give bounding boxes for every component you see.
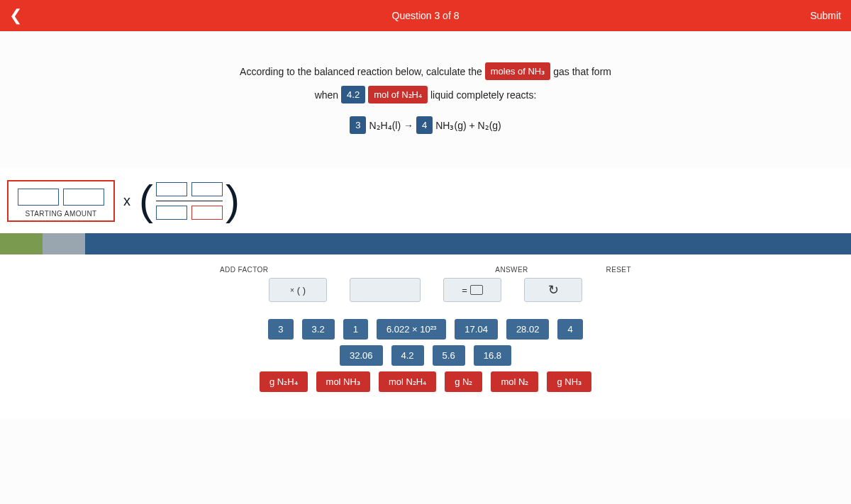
numerator-value-slot[interactable] — [156, 182, 187, 196]
denominator-value-slot[interactable] — [156, 206, 187, 220]
answer-box-icon — [470, 285, 483, 295]
denominator-unit-slot[interactable] — [191, 206, 223, 220]
number-tile[interactable]: 4 — [557, 319, 582, 340]
number-tiles-row-1: 3 3.2 1 6.022 × 10²³ 17.04 28.02 4 — [227, 319, 624, 340]
number-tile[interactable]: 3 — [268, 319, 293, 340]
given-value-tag: 4.2 — [341, 86, 365, 103]
unit-tile[interactable]: mol N₂ — [491, 371, 538, 392]
question-counter: Question 3 of 8 — [392, 10, 460, 21]
starting-value-slot[interactable] — [18, 189, 59, 206]
reset-button[interactable]: ↺ — [524, 278, 582, 302]
number-tile[interactable]: 3.2 — [302, 319, 335, 340]
number-tile[interactable]: 1 — [343, 319, 368, 340]
eq-coef-2: 4 — [416, 116, 433, 134]
conversion-factor: ( ) — [139, 181, 240, 220]
scratch-area[interactable] — [350, 278, 421, 302]
progress-seg-green — [0, 233, 43, 254]
starting-unit-slot[interactable] — [63, 189, 104, 206]
paren-right-icon: ) — [226, 181, 240, 220]
number-tile[interactable]: 4.2 — [391, 345, 424, 366]
number-tile[interactable]: 32.06 — [340, 345, 383, 366]
unit-tile[interactable]: mol N₂H₄ — [379, 371, 436, 392]
reset-label: RESET — [606, 266, 631, 274]
unit-tile[interactable]: mol NH₃ — [316, 371, 370, 392]
number-tiles-row-2: 32.06 4.2 5.6 16.8 — [227, 345, 624, 366]
unit-tile[interactable]: g N₂H₄ — [260, 371, 308, 392]
submit-button[interactable]: Submit — [810, 10, 841, 21]
undo-icon: ↺ — [548, 282, 559, 298]
number-tile[interactable]: 5.6 — [433, 345, 465, 366]
number-tile[interactable]: 6.022 × 10²³ — [377, 319, 446, 340]
eq-products: NH₃(g) + N₂(g) — [435, 120, 501, 131]
unit-tile[interactable]: g NH₃ — [547, 371, 591, 392]
paren-left-icon: ( — [139, 181, 153, 220]
chevron-left-icon: ❮ — [9, 6, 22, 25]
header-bar: ❮ Question 3 of 8 Submit — [0, 0, 851, 31]
q-line1-post: gas that form — [553, 66, 611, 77]
unit-tile[interactable]: g N₂ — [445, 371, 482, 392]
eq-reactant: N₂H₄(l) → — [369, 120, 413, 131]
fraction — [153, 182, 226, 220]
dimensional-analysis-workspace: STARTING AMOUNT x ( ) — [0, 168, 851, 233]
numerator-unit-slot[interactable] — [191, 182, 223, 196]
eq-coef-1: 3 — [350, 116, 366, 134]
answer-label: ANSWER — [495, 266, 528, 274]
starting-amount-label: STARTING AMOUNT — [25, 210, 96, 218]
progress-seg-grey — [43, 233, 85, 254]
q-line2-pre: when — [315, 89, 338, 101]
starting-amount-box[interactable]: STARTING AMOUNT — [7, 180, 115, 222]
back-button[interactable]: ❮ — [0, 0, 31, 31]
add-factor-label: ADD FACTOR — [220, 266, 268, 274]
answer-button[interactable]: = — [443, 278, 501, 302]
number-tile[interactable]: 16.8 — [474, 345, 511, 366]
question-text: According to the balanced reaction below… — [0, 31, 851, 168]
progress-band — [0, 233, 851, 254]
q-line2-post: liquid completely reacts: — [430, 89, 536, 101]
add-factor-button[interactable]: × ( ) — [269, 278, 327, 302]
target-quantity-tag: moles of NH₃ — [485, 62, 551, 80]
fraction-bar — [156, 201, 223, 201]
number-tile[interactable]: 28.02 — [506, 319, 550, 340]
controls-panel: ADD FACTOR ANSWER RESET × ( ) = ↺ 3 3.2 … — [0, 254, 851, 419]
q-line1-pre: According to the balanced reaction below… — [240, 66, 482, 77]
multiply-symbol: x — [123, 193, 130, 209]
number-tile[interactable]: 17.04 — [455, 319, 498, 340]
given-unit-tag: mol of N₂H₄ — [368, 86, 428, 103]
unit-tiles-row: g N₂H₄ mol NH₃ mol N₂H₄ g N₂ mol N₂ g NH… — [206, 371, 645, 392]
